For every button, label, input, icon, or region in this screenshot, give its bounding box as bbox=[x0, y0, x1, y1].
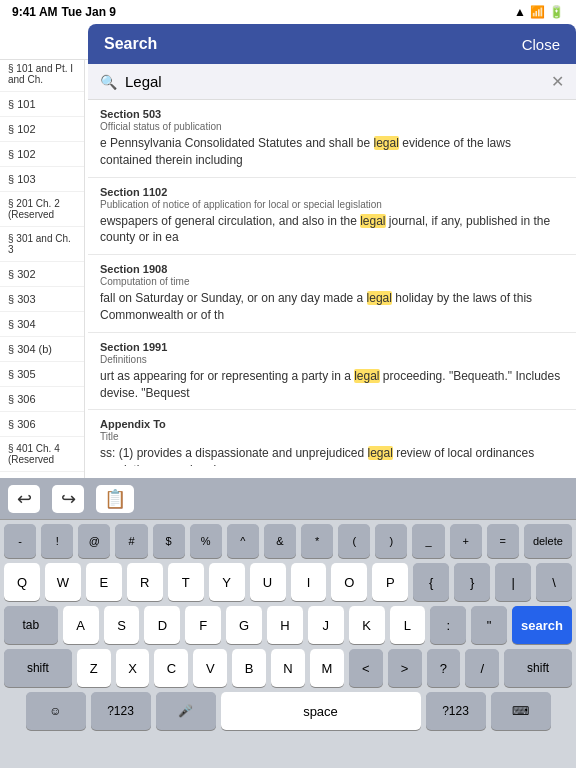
shift-key[interactable]: shift bbox=[4, 649, 72, 687]
key-pipe[interactable]: | bbox=[495, 563, 531, 601]
sidebar-item-401[interactable]: § 401 Ch. 4 (Reserved bbox=[0, 437, 84, 472]
key-star[interactable]: * bbox=[301, 524, 333, 558]
key-d[interactable]: D bbox=[144, 606, 180, 644]
key-percent[interactable]: % bbox=[190, 524, 222, 558]
shift-right-key[interactable]: shift bbox=[504, 649, 572, 687]
key-r[interactable]: R bbox=[127, 563, 163, 601]
clear-search-button[interactable]: ✕ bbox=[551, 72, 564, 91]
wifi-icon: ▲ bbox=[514, 5, 526, 19]
sidebar-item-303[interactable]: § 303 bbox=[0, 287, 84, 312]
search-input-row: 🔍 ✕ bbox=[88, 64, 576, 100]
battery-icon: 🔋 bbox=[549, 5, 564, 19]
key-caret[interactable]: ^ bbox=[227, 524, 259, 558]
keyboard-dismiss-key[interactable]: ⌨ bbox=[491, 692, 551, 730]
mic-key[interactable]: 🎤 bbox=[156, 692, 216, 730]
search-key[interactable]: search bbox=[512, 606, 572, 644]
key-y[interactable]: Y bbox=[209, 563, 245, 601]
keyboard-toolbar: ↩ ↪ 📋 bbox=[0, 478, 576, 520]
sidebar-item-101-pt[interactable]: § 101 and Pt. I and Ch. bbox=[0, 57, 84, 92]
key-plus[interactable]: + bbox=[450, 524, 482, 558]
key-g[interactable]: G bbox=[226, 606, 262, 644]
key-closeparen[interactable]: ) bbox=[375, 524, 407, 558]
sidebar-item-301[interactable]: § 301 and Ch. 3 bbox=[0, 227, 84, 262]
key-backslash[interactable]: \ bbox=[536, 563, 572, 601]
key-quote[interactable]: " bbox=[471, 606, 507, 644]
key-u[interactable]: U bbox=[250, 563, 286, 601]
status-bar: 9:41 AM Tue Jan 9 ▲ 📶 🔋 bbox=[0, 0, 576, 24]
key-a[interactable]: A bbox=[63, 606, 99, 644]
delete-key[interactable]: delete bbox=[524, 524, 572, 558]
sidebar-item-103[interactable]: § 103 bbox=[0, 167, 84, 192]
key-q[interactable]: Q bbox=[4, 563, 40, 601]
status-date: Tue Jan 9 bbox=[62, 5, 116, 19]
paste-button[interactable]: 📋 bbox=[96, 485, 134, 513]
undo-button[interactable]: ↩ bbox=[8, 485, 40, 513]
status-time: 9:41 AM bbox=[12, 5, 58, 19]
result-item[interactable]: Section 1991 Definitions urt as appearin… bbox=[88, 333, 576, 411]
key-equal[interactable]: = bbox=[487, 524, 519, 558]
key-k[interactable]: K bbox=[349, 606, 385, 644]
key-s[interactable]: S bbox=[104, 606, 140, 644]
key-close-brace[interactable]: } bbox=[454, 563, 490, 601]
key-open-brace[interactable]: { bbox=[413, 563, 449, 601]
sidebar-item-101[interactable]: § 101 bbox=[0, 92, 84, 117]
result-item[interactable]: Section 503 Official status of publicati… bbox=[88, 100, 576, 178]
key-slash[interactable]: / bbox=[465, 649, 499, 687]
key-dollar[interactable]: $ bbox=[153, 524, 185, 558]
key-w[interactable]: W bbox=[45, 563, 81, 601]
key-l[interactable]: L bbox=[390, 606, 426, 644]
num-sym-key-left[interactable]: ?123 bbox=[91, 692, 151, 730]
keyboard: ↩ ↪ 📋 - ! @ # $ % ^ & * ( ) _ + = delete… bbox=[0, 478, 576, 768]
key-t[interactable]: T bbox=[168, 563, 204, 601]
key-x[interactable]: X bbox=[116, 649, 150, 687]
sidebar-item-305[interactable]: § 305 bbox=[0, 362, 84, 387]
result-item[interactable]: Appendix To Title ss: (1) provides a dis… bbox=[88, 410, 576, 466]
key-minus[interactable]: - bbox=[4, 524, 36, 558]
tab-key[interactable]: tab bbox=[4, 606, 58, 644]
sidebar-item-201[interactable]: § 201 Ch. 2 (Reserved bbox=[0, 192, 84, 227]
result-item[interactable]: Section 1102 Publication of notice of ap… bbox=[88, 178, 576, 256]
key-m[interactable]: M bbox=[310, 649, 344, 687]
key-j[interactable]: J bbox=[308, 606, 344, 644]
sidebar-item-102b[interactable]: § 102 bbox=[0, 142, 84, 167]
emoji-key[interactable]: ☺ bbox=[26, 692, 86, 730]
key-at[interactable]: @ bbox=[78, 524, 110, 558]
num-sym-key-right[interactable]: ?123 bbox=[426, 692, 486, 730]
close-button[interactable]: Close bbox=[522, 36, 560, 53]
key-i[interactable]: I bbox=[291, 563, 327, 601]
key-b[interactable]: B bbox=[232, 649, 266, 687]
key-o[interactable]: O bbox=[331, 563, 367, 601]
sidebar-item-306a[interactable]: § 306 bbox=[0, 387, 84, 412]
key-amp[interactable]: & bbox=[264, 524, 296, 558]
asdf-row: tab A S D F G H J K L : " search bbox=[4, 606, 572, 644]
key-gt[interactable]: > bbox=[388, 649, 422, 687]
key-e[interactable]: E bbox=[86, 563, 122, 601]
key-question[interactable]: ? bbox=[427, 649, 461, 687]
key-v[interactable]: V bbox=[193, 649, 227, 687]
zxcv-row: shift Z X C V B N M < > ? / shift bbox=[4, 649, 572, 687]
key-exclaim[interactable]: ! bbox=[41, 524, 73, 558]
results-list: Section 503 Official status of publicati… bbox=[88, 100, 576, 466]
key-openparen[interactable]: ( bbox=[338, 524, 370, 558]
key-z[interactable]: Z bbox=[77, 649, 111, 687]
sidebar-item-302[interactable]: § 302 bbox=[0, 262, 84, 287]
key-lt[interactable]: < bbox=[349, 649, 383, 687]
key-c[interactable]: C bbox=[154, 649, 188, 687]
sidebar-item-102a[interactable]: § 102 bbox=[0, 117, 84, 142]
search-modal: Search Close 🔍 ✕ Section 503 Official st… bbox=[88, 24, 576, 478]
key-colon[interactable]: : bbox=[430, 606, 466, 644]
key-f[interactable]: F bbox=[185, 606, 221, 644]
key-h[interactable]: H bbox=[267, 606, 303, 644]
key-n[interactable]: N bbox=[271, 649, 305, 687]
key-p[interactable]: P bbox=[372, 563, 408, 601]
key-hash[interactable]: # bbox=[115, 524, 147, 558]
key-underscore[interactable]: _ bbox=[412, 524, 444, 558]
redo-button[interactable]: ↪ bbox=[52, 485, 84, 513]
result-item[interactable]: Section 1908 Computation of time fall on… bbox=[88, 255, 576, 333]
sidebar-item-306b[interactable]: § 306 bbox=[0, 412, 84, 437]
space-key[interactable]: space bbox=[221, 692, 421, 730]
sidebar-item-304[interactable]: § 304 bbox=[0, 312, 84, 337]
sidebar-item-304b[interactable]: § 304 (b) bbox=[0, 337, 84, 362]
key-rows: - ! @ # $ % ^ & * ( ) _ + = delete Q W E… bbox=[0, 520, 576, 737]
search-input[interactable] bbox=[125, 73, 543, 90]
